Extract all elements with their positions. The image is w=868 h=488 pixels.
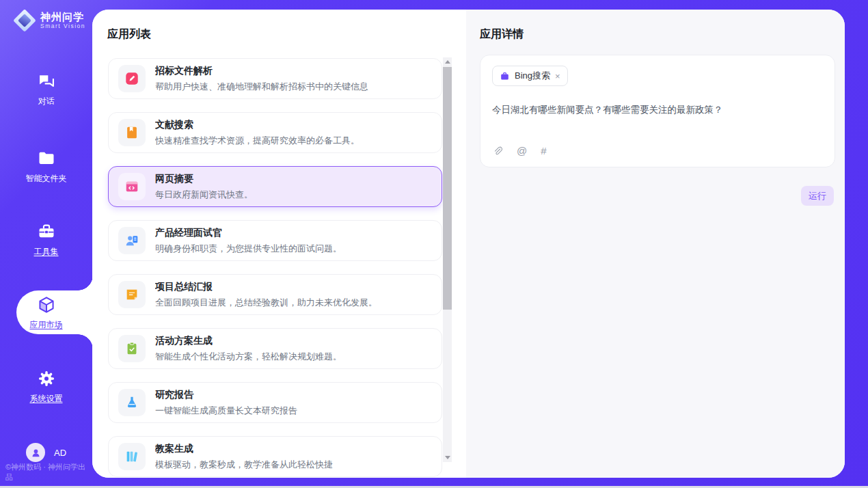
app-item-literature-search[interactable]: 文献搜索 快速精准查找学术资源，提高研究效率的必备工具。: [108, 112, 442, 153]
user-account[interactable]: AD: [26, 443, 66, 462]
cube-icon: [37, 295, 56, 314]
app-detail-panel: 应用详情 Bing搜索 × 今日湖北有哪些新闻要点？有哪些需要关注的最新政策？ …: [466, 10, 845, 478]
sidebar-item-chat[interactable]: 对话: [0, 72, 92, 107]
tool-tag-label: Bing搜索: [515, 70, 550, 82]
gear-icon: [37, 369, 56, 388]
app-title: 活动方案生成: [155, 335, 342, 347]
query-text[interactable]: 今日湖北有哪些新闻要点？有哪些需要关注的最新政策？: [492, 104, 823, 116]
tool-tag-bing-search[interactable]: Bing搜索 ×: [492, 66, 568, 86]
app-item-web-summary[interactable]: 网页摘要 每日政府新闻资讯快查。: [108, 166, 442, 207]
app-title: 招标文件解析: [155, 65, 368, 77]
scroll-down-icon[interactable]: [445, 456, 450, 459]
interviewer-icon: [118, 227, 146, 254]
sidebar-item-settings[interactable]: 系统设置: [0, 369, 92, 405]
sidebar-item-toolset[interactable]: 工具集: [0, 222, 92, 258]
app-description: 智能生成个性化活动方案，轻松解决规划难题。: [155, 351, 342, 363]
attachment-icon[interactable]: [492, 146, 503, 157]
sidebar-item-smart-folder[interactable]: 智能文件夹: [0, 149, 92, 185]
scroll-up-icon[interactable]: [445, 60, 450, 64]
app-title: 研究报告: [155, 389, 297, 401]
hash-icon[interactable]: #: [541, 145, 546, 157]
sidebar-item-label: 应用市场: [30, 319, 63, 331]
brand-logo: 神州问学 Smart Vision: [14, 10, 85, 31]
toolbox-icon: [37, 222, 56, 241]
clipboard-check-icon: [118, 335, 146, 362]
app-description: 模板驱动，教案秒成，教学准备从此轻松快捷: [155, 459, 333, 471]
run-button[interactable]: 运行: [801, 186, 834, 206]
chat-icon: [37, 72, 56, 91]
edit-square-icon: [118, 65, 146, 92]
app-list-title: 应用列表: [107, 27, 151, 42]
scrollbar-thumb[interactable]: [443, 67, 452, 310]
user-name: AD: [54, 448, 66, 458]
mention-icon[interactable]: @: [517, 145, 527, 157]
app-description: 帮助用户快速、准确地理解和解析招标书中的关键信息: [155, 81, 368, 93]
brand-diamond-icon: [14, 10, 36, 31]
app-description: 一键智能生成高质量长文本研究报告: [155, 405, 297, 417]
books-icon: [118, 443, 146, 470]
brand-name: 神州问学: [40, 12, 85, 23]
app-item-event-plan[interactable]: 活动方案生成 智能生成个性化活动方案，轻松解决规划难题。: [108, 328, 442, 369]
app-description: 快速精准查找学术资源，提高研究效率的必备工具。: [155, 135, 360, 147]
app-detail-title: 应用详情: [480, 27, 524, 42]
main-content-card: 应用列表 招标文件解析 帮助用户快速、准确地理解和解析招标书中的关键信息 文献搜…: [92, 10, 845, 478]
app-description: 明确身份和职责，为您提供专业性的面试问题。: [155, 243, 342, 255]
app-title: 项目总结汇报: [155, 281, 377, 293]
app-item-research-report[interactable]: 研究报告 一键智能生成高质量长文本研究报告: [108, 382, 442, 423]
app-list: 招标文件解析 帮助用户快速、准确地理解和解析招标书中的关键信息 文献搜索 快速精…: [108, 58, 442, 478]
sidebar-item-app-market[interactable]: 应用市场: [0, 295, 92, 331]
app-item-project-summary[interactable]: 项目总结汇报 全面回顾项目进展，总结经验教训，助力未来优化发展。: [108, 274, 442, 315]
app-description: 每日政府新闻资讯快查。: [155, 189, 253, 201]
app-item-lesson-plan[interactable]: 教案生成 模板驱动，教案秒成，教学准备从此轻松快捷: [108, 436, 442, 477]
note-icon: [118, 281, 146, 308]
sidebar-item-label: 系统设置: [30, 393, 63, 405]
browser-code-icon: [118, 173, 146, 200]
app-title: 文献搜索: [155, 119, 360, 131]
app-title: 产品经理面试官: [155, 227, 342, 239]
folder-icon: [37, 149, 56, 168]
app-title: 教案生成: [155, 443, 333, 455]
person-icon: [30, 447, 42, 459]
app-description: 全面回顾项目进展，总结经验教训，助力未来优化发展。: [155, 297, 377, 309]
query-input-card[interactable]: Bing搜索 × 今日湖北有哪些新闻要点？有哪些需要关注的最新政策？ @ #: [480, 55, 835, 167]
flask-icon: [118, 389, 146, 416]
app-list-scrollbar[interactable]: [443, 57, 452, 462]
sidebar-item-label: 智能文件夹: [26, 173, 67, 185]
briefcase-icon: [500, 71, 510, 81]
tag-close-icon[interactable]: ×: [555, 72, 560, 81]
input-toolbar: @ #: [492, 145, 823, 157]
sidebar-item-label: 工具集: [34, 246, 59, 258]
sidebar-item-label: 对话: [38, 96, 55, 107]
book-icon: [118, 119, 146, 146]
copyright-text: ©神州数码 · 神州问学出品: [5, 462, 92, 483]
avatar: [26, 443, 45, 462]
sidebar: 神州问学 Smart Vision 对话 智能文件夹 工具集 应用市场 系统设置: [0, 0, 92, 488]
app-item-pm-interviewer[interactable]: 产品经理面试官 明确身份和职责，为您提供专业性的面试问题。: [108, 220, 442, 261]
brand-subtitle: Smart Vision: [40, 23, 85, 29]
app-title: 网页摘要: [155, 173, 253, 185]
app-list-panel: 应用列表 招标文件解析 帮助用户快速、准确地理解和解析招标书中的关键信息 文献搜…: [92, 10, 466, 478]
app-item-bid-analysis[interactable]: 招标文件解析 帮助用户快速、准确地理解和解析招标书中的关键信息: [108, 58, 442, 99]
